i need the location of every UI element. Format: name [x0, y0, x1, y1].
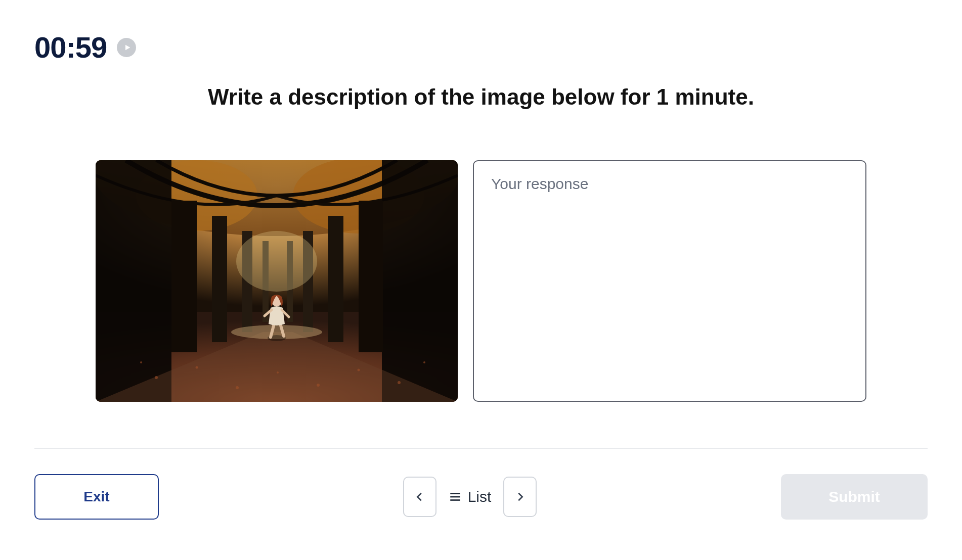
- timer-display: 00:59: [34, 30, 107, 64]
- list-label: List: [468, 488, 492, 505]
- svg-rect-6: [382, 160, 458, 402]
- exit-button[interactable]: Exit: [34, 474, 159, 520]
- nav-group: List: [403, 477, 537, 517]
- prompt-text: Write a description of the image below f…: [34, 84, 928, 110]
- submit-button[interactable]: Submit: [781, 474, 928, 520]
- response-container: [473, 160, 866, 402]
- list-button[interactable]: List: [449, 488, 492, 505]
- svg-point-15: [236, 231, 317, 292]
- svg-point-25: [358, 369, 360, 371]
- submit-label: Submit: [828, 488, 880, 505]
- svg-point-20: [155, 376, 158, 379]
- chevron-right-icon: [514, 491, 526, 502]
- svg-rect-8: [359, 201, 383, 352]
- timer-row: 00:59: [34, 30, 928, 64]
- svg-point-24: [317, 384, 320, 387]
- svg-point-27: [140, 361, 142, 363]
- content-row: [34, 160, 928, 402]
- svg-point-21: [196, 366, 198, 369]
- play-icon: [123, 43, 132, 52]
- response-input[interactable]: [491, 175, 848, 387]
- play-button[interactable]: [117, 38, 136, 57]
- prev-button[interactable]: [403, 477, 436, 517]
- chevron-left-icon: [414, 491, 425, 502]
- svg-point-28: [423, 361, 425, 363]
- svg-rect-9: [212, 216, 227, 342]
- list-icon: [449, 490, 462, 503]
- svg-point-23: [277, 371, 279, 374]
- next-button[interactable]: [503, 477, 537, 517]
- svg-point-26: [398, 381, 401, 384]
- svg-rect-7: [171, 201, 197, 352]
- exit-label: Exit: [83, 489, 109, 505]
- svg-rect-10: [328, 216, 343, 342]
- svg-point-22: [236, 386, 239, 389]
- prompt-image: [96, 160, 458, 402]
- footer-bar: Exit List Submit: [34, 448, 928, 520]
- svg-rect-5: [96, 160, 171, 402]
